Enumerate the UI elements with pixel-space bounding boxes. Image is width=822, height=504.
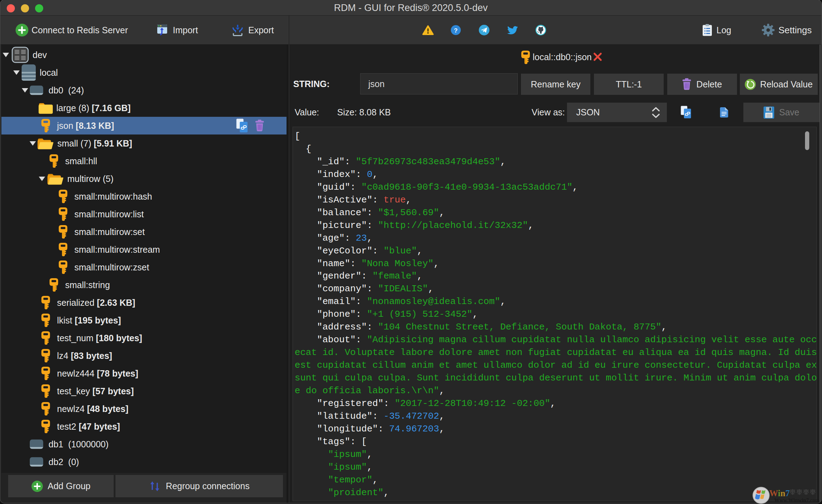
svg-text:?: ? [454,27,458,34]
